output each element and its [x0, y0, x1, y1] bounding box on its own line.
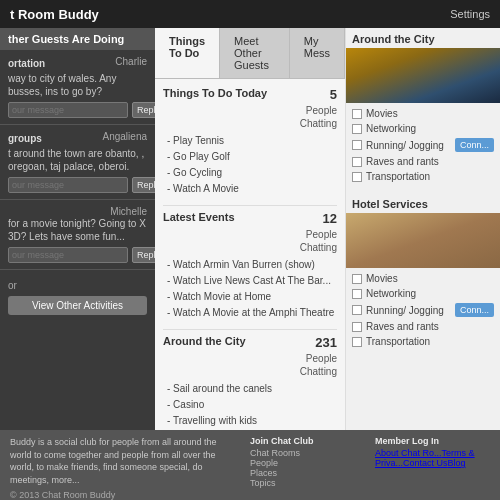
- activity-title: Around the City: [163, 335, 246, 347]
- footer-text: Buddy is a social club for people from a…: [10, 437, 217, 485]
- right-list-label: Transportation: [366, 171, 430, 182]
- activity-section: Around the City 231PeopleChatting Sail a…: [163, 335, 337, 445]
- activity-item: Go Cycling: [167, 165, 337, 181]
- footer-link[interactable]: People: [250, 458, 365, 468]
- footer-col2-links: About Chat Ro...Terms & Priva...Contact …: [375, 448, 490, 468]
- hotel-services-section: Hotel Services MoviesNetworkingRunning/ …: [346, 193, 500, 352]
- view-activities-button[interactable]: View Other Activities: [8, 296, 147, 315]
- app-title: t Room Buddy: [10, 7, 99, 22]
- list-item: Michelle for a movie tonight? Going to X…: [0, 200, 155, 270]
- activity-item: Watch Armin Van Burren (show): [167, 257, 337, 273]
- checkbox-icon[interactable]: [352, 124, 362, 134]
- right-list-label: Raves and rants: [366, 321, 439, 332]
- right-list-label: Running/ Jogging: [366, 140, 444, 151]
- people-chatting: 231PeopleChatting: [300, 335, 337, 378]
- chat-topic: ortation: [8, 58, 45, 69]
- checkbox-icon[interactable]: [352, 109, 362, 119]
- right-list-label: Movies: [366, 108, 398, 119]
- activity-item: Watch A Movie at the Amphi Theatre: [167, 305, 337, 321]
- around-city-list: MoviesNetworkingRunning/ JoggingConn...R…: [346, 103, 500, 187]
- right-list-label: Networking: [366, 288, 416, 299]
- people-count: 231: [315, 335, 337, 350]
- hotel-services-list: MoviesNetworkingRunning/ JoggingConn...R…: [346, 268, 500, 352]
- activity-header: Latest Events 12PeopleChatting: [163, 211, 337, 254]
- activity-item: Watch Live News Cast At The Bar...: [167, 273, 337, 289]
- footer-link[interactable]: Topics: [250, 478, 365, 488]
- footer-link[interactable]: Places: [250, 468, 365, 478]
- copyright: © 2013 Chat Room Buddy: [10, 489, 240, 500]
- chat-user: Angaliena: [103, 131, 147, 142]
- connect-button[interactable]: Conn...: [455, 303, 494, 317]
- footer-col1: Join Chat Club Chat RoomsPeoplePlacesTop…: [250, 436, 365, 494]
- checkbox-icon[interactable]: [352, 322, 362, 332]
- checkbox-icon[interactable]: [352, 289, 362, 299]
- list-item: Networking: [352, 286, 494, 301]
- right-list-label: Running/ Jogging: [366, 305, 444, 316]
- city-image: [346, 48, 500, 103]
- checkbox-icon[interactable]: [352, 274, 362, 284]
- activity-section: Latest Events 12PeopleChatting Watch Arm…: [163, 211, 337, 321]
- tab-meet-guests[interactable]: Meet Other Guests: [220, 28, 290, 78]
- footer-link[interactable]: Chat Rooms: [250, 448, 365, 458]
- list-item: Raves and rants: [352, 319, 494, 334]
- connect-button[interactable]: Conn...: [455, 138, 494, 152]
- reply-button[interactable]: Reply to Chat: [132, 102, 155, 118]
- message-input[interactable]: [8, 247, 128, 263]
- activity-item: Go Play Golf: [167, 149, 337, 165]
- footer-col1-links: Chat RoomsPeoplePlacesTopics: [250, 448, 365, 488]
- activity-section: Things To Do Today 5PeopleChatting Play …: [163, 87, 337, 197]
- list-item: Running/ JoggingConn...: [352, 301, 494, 319]
- people-chatting: 12PeopleChatting: [300, 211, 337, 254]
- around-city-title: Around the City: [346, 28, 500, 48]
- message-input[interactable]: [8, 102, 128, 118]
- footer-link[interactable]: Blog: [448, 458, 466, 468]
- checkbox-icon[interactable]: [352, 337, 362, 347]
- around-city-section: Around the City MoviesNetworkingRunning/…: [346, 28, 500, 187]
- reply-button[interactable]: Reply to Chat: [132, 247, 155, 263]
- tab-things-to-do[interactable]: Things To Do: [155, 28, 220, 78]
- hotel-services-title: Hotel Services: [346, 193, 500, 213]
- list-item: groups Angaliena t around the town are o…: [0, 125, 155, 200]
- activity-item: Travelling with kids: [167, 413, 337, 429]
- activity-list: Watch Armin Van Burren (show)Watch Live …: [163, 257, 337, 321]
- activity-item: Play Tennis: [167, 133, 337, 149]
- settings-link[interactable]: Settings: [450, 8, 490, 20]
- activity-item: Casino: [167, 397, 337, 413]
- footer-col2-title: Member Log In: [375, 436, 490, 446]
- list-item: Movies: [352, 106, 494, 121]
- checkbox-icon[interactable]: [352, 157, 362, 167]
- activity-title: Latest Events: [163, 211, 235, 223]
- footer-link[interactable]: About Chat Ro...: [375, 448, 442, 458]
- reply-button[interactable]: Reply to Chat: [132, 177, 155, 193]
- footer: Buddy is a social club for people from a…: [0, 430, 500, 500]
- activity-list: Play TennisGo Play GolfGo CyclingWatch A…: [163, 133, 337, 197]
- list-item: Transportation: [352, 334, 494, 349]
- tab-bar: Things To Do Meet Other Guests My Mess: [155, 28, 345, 79]
- footer-link[interactable]: Contact Us: [403, 458, 448, 468]
- people-count: 12: [323, 211, 337, 226]
- message-input[interactable]: [8, 177, 128, 193]
- checkbox-icon[interactable]: [352, 305, 362, 315]
- chat-user: Michelle: [110, 206, 147, 217]
- sidebar-header: ther Guests Are Doing: [0, 28, 155, 50]
- right-list-label: Networking: [366, 123, 416, 134]
- checkbox-icon[interactable]: [352, 172, 362, 182]
- tab-my-messages[interactable]: My Mess: [290, 28, 345, 78]
- checkbox-icon[interactable]: [352, 140, 362, 150]
- footer-description: Buddy is a social club for people from a…: [10, 436, 240, 494]
- list-item: ortation Charlie way to city of wales. A…: [0, 50, 155, 125]
- or-text: or: [8, 280, 17, 291]
- list-item: Running/ JoggingConn...: [352, 136, 494, 154]
- people-chatting: 5PeopleChatting: [300, 87, 337, 130]
- right-list-label: Raves and rants: [366, 156, 439, 167]
- chat-text: way to city of wales. Any busses, ins to…: [8, 72, 147, 98]
- chat-actions: Reply to Chat: [8, 247, 147, 263]
- footer-col2: Member Log In About Chat Ro...Terms & Pr…: [375, 436, 490, 494]
- list-item: Transportation: [352, 169, 494, 184]
- list-item: Movies: [352, 271, 494, 286]
- activity-header: Around the City 231PeopleChatting: [163, 335, 337, 378]
- chat-user: Charlie: [115, 56, 147, 67]
- activity-item: Sail around the canels: [167, 381, 337, 397]
- activity-header: Things To Do Today 5PeopleChatting: [163, 87, 337, 130]
- chat-text: for a movie tonight? Going to X 3D? Lets…: [8, 217, 147, 243]
